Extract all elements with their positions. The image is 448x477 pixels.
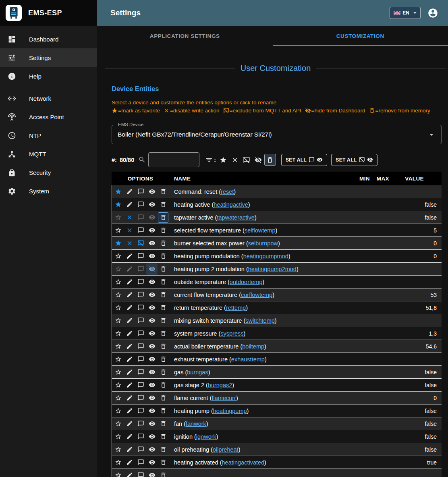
- comment-off-filter-toggle[interactable]: [241, 154, 253, 166]
- edit-off-filter-toggle[interactable]: [229, 154, 241, 166]
- favorite-toggle[interactable]: [113, 367, 124, 378]
- mqtt-exclude-toggle[interactable]: [135, 470, 147, 477]
- entity-code-link[interactable]: heatingpump: [213, 408, 247, 414]
- entity-code-link[interactable]: selflowtemp: [245, 227, 276, 234]
- entity-code-link[interactable]: rettemp: [226, 305, 246, 311]
- remove-toggle[interactable]: [158, 431, 169, 442]
- entity-code-link[interactable]: exhausttemp: [231, 356, 265, 363]
- sidebar-item-security[interactable]: Security: [0, 163, 97, 182]
- remove-toggle[interactable]: [158, 251, 169, 262]
- entity-code-link[interactable]: heatingactivated: [222, 459, 265, 466]
- mqtt-exclude-toggle[interactable]: [135, 444, 147, 455]
- mqtt-exclude-toggle[interactable]: [135, 392, 147, 404]
- visibility-toggle[interactable]: [146, 354, 158, 365]
- remove-toggle[interactable]: [158, 199, 169, 210]
- remove-toggle[interactable]: [158, 225, 169, 236]
- visibility-toggle[interactable]: [146, 392, 158, 404]
- mqtt-exclude-toggle[interactable]: [135, 328, 147, 339]
- write-action-toggle[interactable]: [124, 418, 135, 429]
- mqtt-exclude-toggle[interactable]: [135, 380, 147, 391]
- tab-customization[interactable]: CUSTOMIZATION: [273, 26, 448, 46]
- remove-toggle[interactable]: [158, 328, 169, 339]
- mqtt-exclude-toggle[interactable]: [135, 341, 147, 352]
- entity-code-link[interactable]: flamecurr: [212, 395, 236, 401]
- favorite-toggle[interactable]: [113, 225, 124, 236]
- favorite-toggle[interactable]: [113, 289, 124, 301]
- sidebar-item-access-point[interactable]: Access Point: [0, 108, 97, 126]
- remove-toggle[interactable]: [158, 263, 169, 275]
- favorite-toggle[interactable]: [113, 263, 124, 275]
- entity-code-link[interactable]: outdoortemp: [230, 279, 262, 285]
- visibility-toggle[interactable]: [146, 431, 158, 442]
- visibility-toggle[interactable]: [146, 238, 158, 249]
- favorite-toggle[interactable]: [113, 380, 124, 391]
- sidebar-item-network[interactable]: Network: [0, 89, 97, 108]
- mqtt-exclude-toggle[interactable]: [135, 212, 147, 223]
- remove-toggle[interactable]: [158, 405, 169, 417]
- entity-code-link[interactable]: burngas: [187, 369, 208, 375]
- visibility-toggle[interactable]: [146, 263, 158, 275]
- mqtt-exclude-toggle[interactable]: [135, 405, 147, 417]
- favorite-toggle[interactable]: [113, 354, 124, 365]
- favorite-toggle[interactable]: [113, 328, 124, 339]
- write-action-toggle[interactable]: [124, 444, 135, 455]
- write-action-toggle[interactable]: [124, 238, 135, 249]
- entity-code-link[interactable]: curflowtemp: [241, 292, 272, 298]
- write-action-toggle[interactable]: [124, 225, 135, 236]
- sidebar-item-dashboard[interactable]: Dashboard: [0, 30, 97, 48]
- write-action-toggle[interactable]: [124, 199, 135, 210]
- entity-code-link[interactable]: tapwateractive: [217, 214, 255, 221]
- remove-toggle[interactable]: [158, 354, 169, 365]
- visibility-toggle[interactable]: [146, 470, 158, 477]
- remove-toggle[interactable]: [158, 289, 169, 301]
- visibility-toggle[interactable]: [146, 212, 158, 223]
- remove-toggle[interactable]: [158, 418, 169, 429]
- entity-code-link[interactable]: syspress: [220, 330, 243, 337]
- sidebar-item-mqtt[interactable]: MQTT: [0, 145, 97, 163]
- write-action-toggle[interactable]: [124, 392, 135, 404]
- write-action-toggle[interactable]: [124, 470, 135, 477]
- remove-toggle[interactable]: [158, 470, 169, 477]
- write-action-toggle[interactable]: [124, 263, 135, 275]
- sidebar-item-ntp[interactable]: NTP: [0, 126, 97, 145]
- star-filter-toggle[interactable]: [218, 154, 229, 166]
- visibility-toggle[interactable]: [146, 276, 158, 288]
- write-action-toggle[interactable]: [124, 354, 135, 365]
- sidebar-item-settings[interactable]: Settings: [0, 48, 97, 67]
- write-action-toggle[interactable]: [124, 405, 135, 417]
- favorite-toggle[interactable]: [113, 418, 124, 429]
- mqtt-exclude-toggle[interactable]: [135, 431, 147, 442]
- visibility-toggle[interactable]: [146, 405, 158, 417]
- favorite-toggle[interactable]: [113, 341, 124, 352]
- visibility-toggle[interactable]: [146, 302, 158, 313]
- favorite-toggle[interactable]: [113, 212, 124, 223]
- mqtt-exclude-toggle[interactable]: [135, 251, 147, 262]
- entity-code-link[interactable]: oilpreheat: [213, 446, 239, 453]
- favorite-toggle[interactable]: [113, 431, 124, 442]
- visibility-toggle[interactable]: [146, 289, 158, 301]
- write-action-toggle[interactable]: [124, 341, 135, 352]
- visibility-toggle[interactable]: [146, 251, 158, 262]
- remove-toggle[interactable]: [158, 238, 169, 249]
- ems-device-select[interactable]: EMS Device Boiler (Nefit GBx72/Trendline…: [112, 125, 442, 144]
- entity-code-link[interactable]: ignwork: [196, 433, 216, 440]
- delete-filter-toggle[interactable]: [264, 154, 276, 166]
- remove-toggle[interactable]: [158, 186, 169, 197]
- mqtt-exclude-toggle[interactable]: [135, 225, 147, 236]
- search-input[interactable]: [148, 152, 199, 167]
- favorite-toggle[interactable]: [113, 276, 124, 288]
- visibility-toggle[interactable]: [146, 457, 158, 468]
- entity-code-link[interactable]: heatingpumpmod: [243, 253, 288, 259]
- entity-code-link[interactable]: selburnpow: [248, 240, 278, 247]
- remove-toggle[interactable]: [158, 341, 169, 352]
- remove-toggle[interactable]: [158, 444, 169, 455]
- mqtt-exclude-toggle[interactable]: [135, 418, 147, 429]
- entity-code-link[interactable]: heatingpump2mod: [248, 266, 297, 272]
- visibility-toggle[interactable]: [146, 328, 158, 339]
- write-action-toggle[interactable]: [124, 315, 135, 326]
- write-action-toggle[interactable]: [124, 457, 135, 468]
- remove-toggle[interactable]: [158, 392, 169, 404]
- remove-toggle[interactable]: [158, 380, 169, 391]
- mqtt-exclude-toggle[interactable]: [135, 263, 147, 275]
- entity-code-link[interactable]: boiltemp: [242, 343, 264, 350]
